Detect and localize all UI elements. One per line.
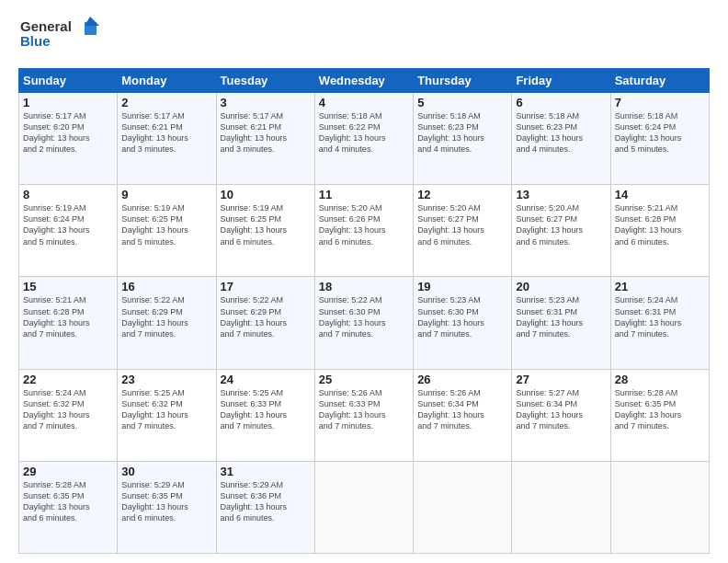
calendar-week-row: 22Sunrise: 5:24 AM Sunset: 6:32 PM Dayli…	[19, 369, 710, 461]
calendar-header-row: SundayMondayTuesdayWednesdayThursdayFrid…	[19, 69, 710, 93]
day-number: 6	[516, 96, 606, 109]
svg-text:Blue: Blue	[20, 33, 51, 49]
logo: General Blue	[18, 15, 101, 59]
calendar-cell: 29Sunrise: 5:28 AM Sunset: 6:35 PM Dayli…	[19, 461, 118, 553]
day-number: 16	[121, 280, 211, 293]
calendar-week-row: 29Sunrise: 5:28 AM Sunset: 6:35 PM Dayli…	[19, 461, 710, 553]
calendar-cell: 12Sunrise: 5:20 AM Sunset: 6:27 PM Dayli…	[414, 185, 512, 277]
day-number: 12	[417, 188, 507, 201]
day-number: 1	[23, 96, 113, 109]
calendar-cell	[314, 461, 413, 553]
calendar-cell: 20Sunrise: 5:23 AM Sunset: 6:31 PM Dayli…	[512, 277, 610, 369]
logo-content: General Blue	[18, 15, 101, 59]
day-number: 27	[516, 373, 606, 386]
day-number: 4	[319, 96, 409, 109]
header: General Blue	[18, 15, 710, 59]
calendar-cell: 30Sunrise: 5:29 AM Sunset: 6:35 PM Dayli…	[118, 461, 216, 553]
day-number: 19	[417, 280, 507, 293]
day-number: 13	[516, 188, 606, 201]
day-number: 14	[615, 188, 705, 201]
day-number: 25	[319, 373, 409, 386]
day-info: Sunrise: 5:28 AM Sunset: 6:35 PM Dayligh…	[23, 479, 113, 524]
col-header-thursday: Thursday	[414, 69, 512, 93]
day-info: Sunrise: 5:27 AM Sunset: 6:34 PM Dayligh…	[516, 387, 606, 432]
calendar-cell: 23Sunrise: 5:25 AM Sunset: 6:32 PM Dayli…	[118, 369, 216, 461]
day-info: Sunrise: 5:20 AM Sunset: 6:27 PM Dayligh…	[516, 202, 606, 247]
day-number: 11	[319, 188, 409, 201]
day-info: Sunrise: 5:26 AM Sunset: 6:34 PM Dayligh…	[417, 387, 507, 432]
day-info: Sunrise: 5:22 AM Sunset: 6:29 PM Dayligh…	[221, 294, 311, 339]
day-number: 23	[121, 373, 211, 386]
calendar-cell: 1Sunrise: 5:17 AM Sunset: 6:20 PM Daylig…	[19, 93, 118, 185]
day-info: Sunrise: 5:24 AM Sunset: 6:32 PM Dayligh…	[23, 387, 113, 432]
calendar-cell: 7Sunrise: 5:18 AM Sunset: 6:24 PM Daylig…	[610, 93, 709, 185]
day-number: 18	[319, 280, 409, 293]
svg-text:General: General	[20, 18, 72, 34]
svg-marker-4	[85, 17, 99, 26]
col-header-tuesday: Tuesday	[216, 69, 314, 93]
calendar-cell: 5Sunrise: 5:18 AM Sunset: 6:23 PM Daylig…	[414, 93, 512, 185]
day-info: Sunrise: 5:20 AM Sunset: 6:26 PM Dayligh…	[319, 202, 409, 247]
col-header-saturday: Saturday	[610, 69, 709, 93]
day-info: Sunrise: 5:22 AM Sunset: 6:30 PM Dayligh…	[319, 294, 409, 339]
calendar-cell	[512, 461, 610, 553]
calendar-cell: 10Sunrise: 5:19 AM Sunset: 6:25 PM Dayli…	[216, 185, 314, 277]
day-info: Sunrise: 5:25 AM Sunset: 6:33 PM Dayligh…	[221, 387, 311, 432]
calendar-cell	[610, 461, 709, 553]
day-number: 15	[23, 280, 113, 293]
calendar-cell: 4Sunrise: 5:18 AM Sunset: 6:22 PM Daylig…	[314, 93, 413, 185]
calendar-cell	[414, 461, 512, 553]
day-number: 5	[417, 96, 507, 109]
col-header-monday: Monday	[118, 69, 216, 93]
day-number: 21	[615, 280, 705, 293]
day-info: Sunrise: 5:17 AM Sunset: 6:21 PM Dayligh…	[121, 110, 211, 155]
day-info: Sunrise: 5:17 AM Sunset: 6:20 PM Dayligh…	[23, 110, 113, 155]
day-info: Sunrise: 5:23 AM Sunset: 6:30 PM Dayligh…	[417, 294, 507, 339]
calendar-cell: 8Sunrise: 5:19 AM Sunset: 6:24 PM Daylig…	[19, 185, 118, 277]
calendar-cell: 16Sunrise: 5:22 AM Sunset: 6:29 PM Dayli…	[118, 277, 216, 369]
day-number: 10	[221, 188, 311, 201]
calendar-cell: 3Sunrise: 5:17 AM Sunset: 6:21 PM Daylig…	[216, 93, 314, 185]
day-info: Sunrise: 5:18 AM Sunset: 6:24 PM Dayligh…	[615, 110, 705, 155]
day-info: Sunrise: 5:25 AM Sunset: 6:32 PM Dayligh…	[121, 387, 211, 432]
day-number: 31	[221, 465, 311, 478]
day-info: Sunrise: 5:22 AM Sunset: 6:29 PM Dayligh…	[121, 294, 211, 339]
day-info: Sunrise: 5:29 AM Sunset: 6:36 PM Dayligh…	[221, 479, 311, 524]
day-info: Sunrise: 5:26 AM Sunset: 6:33 PM Dayligh…	[319, 387, 409, 432]
day-info: Sunrise: 5:17 AM Sunset: 6:21 PM Dayligh…	[221, 110, 311, 155]
day-info: Sunrise: 5:19 AM Sunset: 6:24 PM Dayligh…	[23, 202, 113, 247]
calendar-cell: 22Sunrise: 5:24 AM Sunset: 6:32 PM Dayli…	[19, 369, 118, 461]
day-number: 28	[615, 373, 705, 386]
day-number: 30	[121, 465, 211, 478]
calendar-cell: 13Sunrise: 5:20 AM Sunset: 6:27 PM Dayli…	[512, 185, 610, 277]
calendar-cell: 6Sunrise: 5:18 AM Sunset: 6:23 PM Daylig…	[512, 93, 610, 185]
day-number: 7	[615, 96, 705, 109]
day-info: Sunrise: 5:19 AM Sunset: 6:25 PM Dayligh…	[221, 202, 311, 247]
day-info: Sunrise: 5:18 AM Sunset: 6:23 PM Dayligh…	[417, 110, 507, 155]
day-number: 26	[417, 373, 507, 386]
day-number: 3	[221, 96, 311, 109]
col-header-sunday: Sunday	[19, 69, 118, 93]
calendar-cell: 24Sunrise: 5:25 AM Sunset: 6:33 PM Dayli…	[216, 369, 314, 461]
day-info: Sunrise: 5:18 AM Sunset: 6:23 PM Dayligh…	[516, 110, 606, 155]
calendar-table: SundayMondayTuesdayWednesdayThursdayFrid…	[18, 68, 710, 554]
calendar-cell: 28Sunrise: 5:28 AM Sunset: 6:35 PM Dayli…	[610, 369, 709, 461]
day-number: 8	[23, 188, 113, 201]
calendar-week-row: 8Sunrise: 5:19 AM Sunset: 6:24 PM Daylig…	[19, 185, 710, 277]
calendar-cell: 15Sunrise: 5:21 AM Sunset: 6:28 PM Dayli…	[19, 277, 118, 369]
calendar-cell: 2Sunrise: 5:17 AM Sunset: 6:21 PM Daylig…	[118, 93, 216, 185]
calendar-cell: 21Sunrise: 5:24 AM Sunset: 6:31 PM Dayli…	[610, 277, 709, 369]
calendar-cell: 31Sunrise: 5:29 AM Sunset: 6:36 PM Dayli…	[216, 461, 314, 553]
page: General Blue SundayMondayTuesdayWednesda…	[0, 0, 728, 563]
calendar-cell: 27Sunrise: 5:27 AM Sunset: 6:34 PM Dayli…	[512, 369, 610, 461]
day-number: 2	[121, 96, 211, 109]
calendar-cell: 14Sunrise: 5:21 AM Sunset: 6:28 PM Dayli…	[610, 185, 709, 277]
calendar-cell: 9Sunrise: 5:19 AM Sunset: 6:25 PM Daylig…	[118, 185, 216, 277]
day-info: Sunrise: 5:23 AM Sunset: 6:31 PM Dayligh…	[516, 294, 606, 339]
logo-icon: General Blue	[18, 15, 101, 55]
calendar-cell: 26Sunrise: 5:26 AM Sunset: 6:34 PM Dayli…	[414, 369, 512, 461]
day-info: Sunrise: 5:28 AM Sunset: 6:35 PM Dayligh…	[615, 387, 705, 432]
day-info: Sunrise: 5:29 AM Sunset: 6:35 PM Dayligh…	[121, 479, 211, 524]
calendar-week-row: 15Sunrise: 5:21 AM Sunset: 6:28 PM Dayli…	[19, 277, 710, 369]
day-info: Sunrise: 5:21 AM Sunset: 6:28 PM Dayligh…	[23, 294, 113, 339]
